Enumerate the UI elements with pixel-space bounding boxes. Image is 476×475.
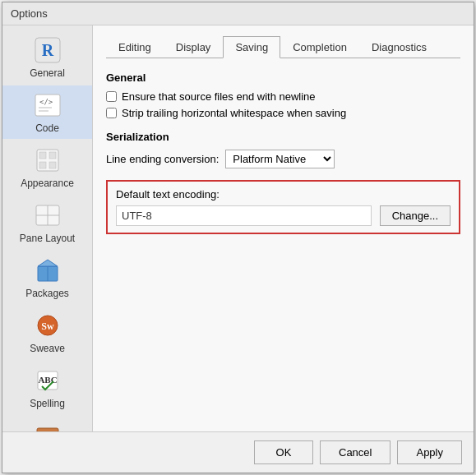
- encoding-value: UTF-8: [116, 205, 372, 226]
- svg-text:Sw: Sw: [41, 321, 54, 332]
- cancel-button[interactable]: Cancel: [320, 440, 391, 464]
- title-bar: Options: [2, 2, 474, 25]
- serialization-section-title: Serialization: [106, 131, 460, 143]
- sidebar: R General </> Code: [2, 25, 93, 431]
- svg-text:ABC: ABC: [38, 375, 57, 385]
- sidebar-item-appearance[interactable]: Appearance: [2, 141, 92, 194]
- code-icon: </>: [33, 90, 62, 120]
- line-ending-select[interactable]: Platform Native Windows (CR/LF) POSIX (L…: [225, 150, 335, 168]
- main-content: Editing Display Saving Completion Diagno…: [93, 25, 474, 431]
- appearance-icon: [33, 145, 62, 175]
- tab-display[interactable]: Display: [164, 36, 224, 58]
- sidebar-item-git-svn[interactable]: Git/SVN Git/SVN: [2, 416, 92, 431]
- checkbox-row-newline: Ensure that source files end with newlin…: [106, 90, 460, 103]
- general-section-title: General: [106, 71, 460, 84]
- svg-rect-9: [39, 162, 46, 168]
- svg-marker-15: [38, 260, 58, 266]
- svg-text:R: R: [41, 41, 53, 59]
- checkbox-row-whitespace: Strip trailing horizontal whitespace whe…: [106, 107, 460, 119]
- sweave-icon: Sw: [33, 311, 62, 340]
- dialog-footer: OK Cancel Apply: [2, 431, 474, 473]
- ensure-newline-label: Ensure that source files end with newlin…: [122, 90, 316, 103]
- svg-rect-8: [49, 152, 56, 159]
- r-icon: R: [33, 35, 62, 65]
- sidebar-item-spelling[interactable]: ABC Spelling: [2, 361, 92, 414]
- sidebar-label-appearance: Appearance: [21, 178, 74, 189]
- sidebar-label-packages: Packages: [25, 288, 69, 299]
- sidebar-item-sweave[interactable]: Sw Sweave: [2, 306, 92, 359]
- spelling-icon: ABC: [33, 366, 62, 395]
- pane-icon: [33, 201, 62, 230]
- sidebar-item-pane-layout[interactable]: Pane Layout: [2, 196, 92, 249]
- serialization-divider: Serialization: [106, 131, 460, 143]
- tab-completion[interactable]: Completion: [280, 36, 359, 58]
- sidebar-label-spelling: Spelling: [30, 398, 65, 409]
- svg-text:</>: </>: [39, 98, 53, 106]
- ensure-newline-checkbox[interactable]: [106, 91, 117, 102]
- strip-whitespace-label: Strip trailing horizontal whitespace whe…: [122, 107, 346, 119]
- sidebar-item-packages[interactable]: Packages: [2, 251, 92, 304]
- encoding-label: Default text encoding:: [116, 188, 451, 201]
- strip-whitespace-checkbox[interactable]: [106, 108, 117, 118]
- packages-icon: [33, 256, 62, 285]
- encoding-row: UTF-8 Change...: [116, 205, 451, 226]
- git-icon: Git/SVN: [33, 421, 62, 431]
- dialog-body: R General </> Code: [2, 25, 474, 431]
- sidebar-item-code[interactable]: </> Code: [2, 85, 92, 139]
- options-dialog: Options R General </>: [2, 2, 474, 473]
- dialog-title: Options: [11, 7, 48, 20]
- line-ending-row: Line ending conversion: Platform Native …: [106, 150, 460, 168]
- apply-button[interactable]: Apply: [397, 440, 462, 464]
- change-button[interactable]: Change...: [380, 205, 451, 226]
- tab-diagnostics[interactable]: Diagnostics: [359, 36, 439, 58]
- sidebar-label-sweave: Sweave: [30, 343, 65, 354]
- tab-editing[interactable]: Editing: [106, 36, 164, 58]
- sidebar-label-pane-layout: Pane Layout: [20, 233, 75, 244]
- sidebar-item-general[interactable]: R General: [2, 30, 92, 84]
- ok-button[interactable]: OK: [254, 440, 313, 464]
- tab-saving[interactable]: Saving: [223, 36, 280, 58]
- line-ending-label: Line ending conversion:: [106, 153, 219, 165]
- sidebar-label-code: Code: [35, 122, 59, 134]
- svg-rect-10: [49, 162, 56, 168]
- saving-content: General Ensure that source files end wit…: [106, 71, 460, 422]
- sidebar-label-general: General: [30, 67, 65, 79]
- svg-rect-7: [39, 152, 46, 159]
- tabs-bar: Editing Display Saving Completion Diagno…: [106, 35, 460, 58]
- encoding-box: Default text encoding: UTF-8 Change...: [106, 180, 460, 234]
